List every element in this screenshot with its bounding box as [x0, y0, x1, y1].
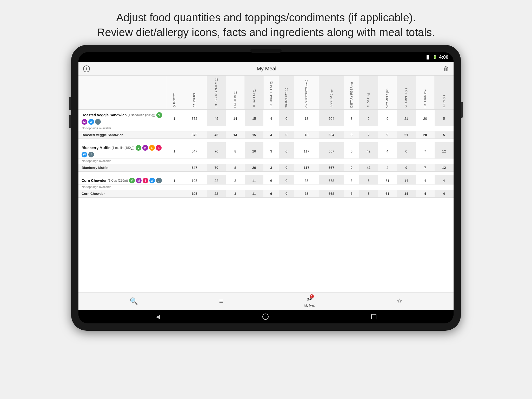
- subtotal-1-vita: 9: [378, 131, 397, 139]
- food-1-cal: 372: [182, 110, 207, 126]
- subtotal-1-qty: [167, 131, 182, 139]
- subtotal-2-trans: 0: [279, 164, 294, 172]
- subtotal-row-1: Roasted Veggie Sandwich 372 45 14 15 4 0…: [78, 131, 454, 139]
- subtotal-3-chol: 35: [294, 190, 319, 198]
- nutrition-table: QUANTITY CALORIES CARBOHYDRATES (g) PROT…: [78, 76, 454, 198]
- subtotal-3-name: Corn Chowder: [78, 190, 167, 198]
- col-sat-fat: SATURATED FAT (g): [263, 76, 279, 109]
- meal-icon-container: ✂ 3: [307, 295, 313, 303]
- badge-i-1[interactable]: i: [95, 119, 101, 125]
- subtotal-1-name: Roasted Veggie Sandwich: [78, 131, 167, 139]
- nav-search[interactable]: 🔍: [130, 297, 138, 305]
- toppings-label-2: No toppings available: [78, 159, 454, 164]
- food-2-cal: 547: [182, 142, 207, 159]
- badge-i-3[interactable]: i: [156, 178, 162, 183]
- info-button[interactable]: i: [83, 65, 90, 72]
- subtotal-3-prot: 3: [226, 190, 245, 198]
- subtotal-2-fat: 26: [245, 164, 264, 172]
- subtotal-2-satfat: 3: [263, 164, 279, 172]
- toppings-label-1: No toppings available: [78, 126, 454, 131]
- col-vita: VITAMIN A (%): [378, 76, 397, 109]
- subtotal-3-qty: [167, 190, 182, 198]
- meal-nav-label: My Meal: [304, 304, 315, 307]
- subtotal-1-carbs: 45: [207, 131, 226, 139]
- bottom-nav: 🔍 ≡ ✂ 3 My Meal ☆: [78, 292, 454, 310]
- badge-m-1: M: [82, 119, 87, 125]
- col-carbs: CARBOHYDRATES (g): [207, 76, 226, 109]
- col-total-fat: TOTAL FAT (g): [245, 76, 264, 109]
- badge-v-3: V: [129, 178, 135, 183]
- badge-s-3: S: [143, 178, 148, 183]
- nav-favorites[interactable]: ☆: [396, 297, 402, 305]
- food-2-qty[interactable]: 1: [167, 142, 182, 159]
- food-row-3: Corn Chowder (1 Cup (226g)) V M S W i 1: [78, 175, 454, 185]
- back-button[interactable]: ◀: [156, 314, 160, 320]
- subtotal-2-vitc: 0: [397, 164, 416, 172]
- nav-meal[interactable]: ✂ 3 My Meal: [304, 295, 315, 307]
- food-3-qty[interactable]: 1: [167, 175, 182, 185]
- subtotal-2-carbs: 70: [207, 164, 226, 172]
- subtotal-3-vita: 61: [378, 190, 397, 198]
- subtotal-3-fat: 11: [245, 190, 264, 198]
- subtotal-1-iron: 5: [435, 131, 454, 139]
- toppings-row-2: No toppings available: [78, 159, 454, 164]
- food-3-vitc: 14: [397, 175, 416, 185]
- food-1-qty[interactable]: 1: [167, 110, 182, 126]
- food-1-satfat: 4: [263, 110, 279, 126]
- food-1-sugar: 2: [359, 110, 378, 126]
- food-2-vitc: 0: [397, 142, 416, 159]
- food-2-calc: 7: [416, 142, 435, 159]
- delete-button[interactable]: 🗑: [443, 65, 449, 72]
- food-name-header: [78, 76, 167, 109]
- badge-w-1: W: [88, 119, 94, 125]
- recents-button[interactable]: [371, 314, 376, 319]
- badge-i-2[interactable]: i: [88, 152, 94, 157]
- column-headers: QUANTITY CALORIES CARBOHYDRATES (g) PROT…: [78, 76, 454, 109]
- badge-s-2: S: [156, 145, 162, 151]
- food-1-prot: 14: [226, 110, 245, 126]
- badge-e-2: E: [149, 145, 155, 151]
- col-fiber: DIETARY FIBER (g): [344, 76, 359, 109]
- subtotal-1-sugar: 2: [359, 131, 378, 139]
- food-1-carbs: 45: [207, 110, 226, 126]
- col-vitc: VITAMIN C (%): [397, 76, 416, 109]
- food-2-chol: 117: [294, 142, 319, 159]
- food-3-sodium: 668: [319, 175, 344, 185]
- subtotal-2-fiber: 0: [344, 164, 359, 172]
- food-3-calc: 4: [416, 175, 435, 185]
- toppings-row-1: No toppings available: [78, 126, 454, 131]
- food-1-fiber: 3: [344, 110, 359, 126]
- col-calories: CALORIES: [182, 76, 207, 109]
- nav-filter[interactable]: ≡: [219, 297, 223, 305]
- food-3-chol: 35: [294, 175, 319, 185]
- app-header: i My Meal 🗑: [78, 62, 454, 76]
- status-bar: ▐▌ 🔋 4:00: [78, 52, 454, 62]
- signal-icon: ▐▌: [425, 55, 430, 59]
- subtotal-3-fiber: 3: [344, 190, 359, 198]
- food-3-vita: 61: [378, 175, 397, 185]
- food-3-satfat: 6: [263, 175, 279, 185]
- food-1-fat: 15: [245, 110, 264, 126]
- subtotal-2-qty: [167, 164, 182, 172]
- nutrition-table-container[interactable]: QUANTITY CALORIES CARBOHYDRATES (g) PROT…: [78, 76, 454, 292]
- food-2-iron: 12: [435, 142, 454, 159]
- food-1-iron: 5: [435, 110, 454, 126]
- food-row-2: Blueberry Muffin (1 muffin (180g)) V M E…: [78, 142, 454, 159]
- home-button[interactable]: [262, 314, 269, 320]
- food-3-name: Corn Chowder: [82, 178, 107, 183]
- subtotal-1-sodium: 604: [319, 131, 344, 139]
- food-3-prot: 3: [226, 175, 245, 185]
- col-sugar: SUGAR (g): [359, 76, 378, 109]
- food-1-sodium: 604: [319, 110, 344, 126]
- food-2-satfat: 3: [263, 142, 279, 159]
- food-row-1: Roasted Veggie Sandwich (1 sandwich (205…: [78, 110, 454, 126]
- subtotal-1-prot: 14: [226, 131, 245, 139]
- subtotal-3-iron: 4: [435, 190, 454, 198]
- subtotal-row-3: Corn Chowder 195 22 3 11 6 0 35 668 3 5: [78, 190, 454, 198]
- subtotal-3-sugar: 5: [359, 190, 378, 198]
- food-3-carbs: 22: [207, 175, 226, 185]
- subtotal-1-cal: 372: [182, 131, 207, 139]
- badge-w-2: W: [82, 152, 87, 157]
- subtotal-1-fat: 15: [245, 131, 264, 139]
- app-title: My Meal: [257, 66, 276, 72]
